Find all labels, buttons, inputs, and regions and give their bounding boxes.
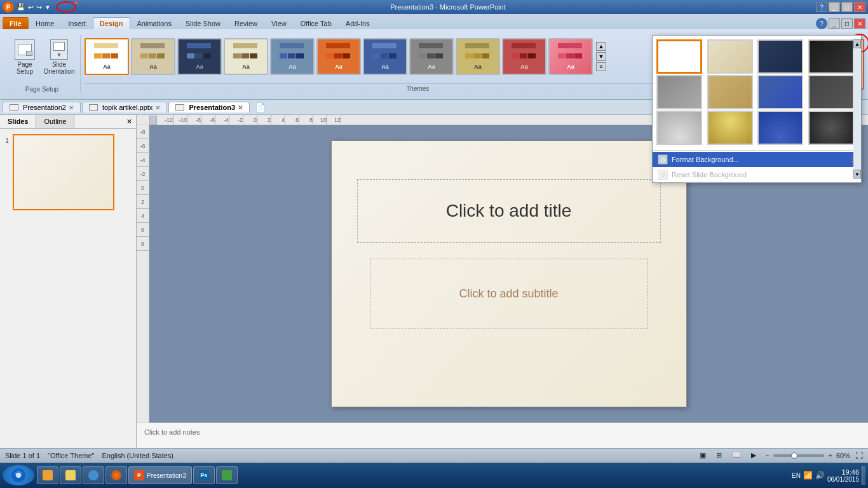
reading-view-btn[interactable]: 📖 [729, 451, 743, 460]
outline-tab[interactable]: Outline [36, 115, 74, 128]
taskbar-explorer[interactable] [37, 466, 58, 484]
quick-dropdown[interactable]: ▼ [44, 4, 51, 11]
taskbar-files[interactable] [60, 466, 81, 484]
taskbar-powerpoint[interactable]: P Presentation3 [128, 466, 192, 484]
slide-number-1: 1 [5, 137, 9, 144]
slide-panel-close-btn[interactable]: ✕ [123, 115, 136, 128]
slide-title-placeholder[interactable]: Click to add title [357, 179, 661, 243]
language-info: English (United States) [102, 452, 173, 459]
bg-swatch-white[interactable] [656, 39, 702, 74]
bg-swatch-tan[interactable] [707, 75, 753, 109]
explorer-icon [43, 470, 53, 480]
taskbar-media[interactable] [216, 466, 238, 484]
tab-design[interactable]: Design [93, 17, 130, 29]
close-tab-3[interactable]: ✕ [238, 104, 243, 111]
theme-item-8[interactable]: Aa [409, 38, 454, 75]
tab-insert[interactable]: Insert [61, 17, 93, 29]
ps-icon: Ps [199, 470, 209, 480]
annotation-1: 1 [74, 0, 78, 6]
show-desktop-btn[interactable] [862, 466, 865, 485]
minimize-btn[interactable]: _ [829, 2, 840, 12]
slide-sorter-btn[interactable]: ⊞ [714, 451, 724, 460]
taskbar-firefox[interactable] [105, 466, 127, 484]
system-tray: EN 📶 🔊 19:46 06/01/2015 [792, 466, 865, 485]
ribbon-help-btn[interactable]: ? [816, 18, 827, 29]
theme-item-7[interactable]: Aa [363, 38, 407, 75]
status-right: ▣ ⊞ 📖 ▶ － ＋ 60% ⛶ [697, 451, 863, 460]
svg-point-1 [16, 473, 21, 478]
dropdown-scrollbar: ▲ ▼ [853, 39, 861, 179]
background-styles-dropdown: ⚙ Format Background... 3 ↺ Reset Slide B… [652, 35, 862, 183]
tab-officetab[interactable]: Office Tab [294, 17, 339, 29]
tab-addins[interactable]: Add-Ins [339, 17, 377, 29]
zoom-control: － ＋ 60% [764, 451, 850, 460]
theme-item-1[interactable]: Aa [85, 38, 129, 75]
add-doc-btn[interactable]: 📄 [251, 101, 269, 114]
doc-tab-1[interactable]: Presentation2 ✕ [3, 102, 81, 112]
theme-item-2[interactable]: Aa [131, 38, 175, 75]
taskbar-photoshop[interactable]: Ps [193, 466, 215, 484]
scroll-up-btn[interactable]: ▲ [853, 39, 861, 48]
tab-animations[interactable]: Animations [130, 17, 179, 29]
slide-orientation-button[interactable]: ▼ Slide Orientation [43, 38, 75, 76]
slide-canvas[interactable]: Click to add title Click to add subtitle [331, 140, 687, 407]
theme-item-11[interactable]: Aa [548, 38, 593, 75]
theme-item-4[interactable]: Aa [224, 38, 268, 75]
theme-item-9[interactable]: Aa [456, 38, 500, 75]
tab-file[interactable]: File [3, 17, 29, 29]
slides-tab[interactable]: Slides [0, 115, 36, 128]
themes-scroll-up[interactable]: ▲ ▼ ≡ [596, 42, 606, 71]
close-btn[interactable]: ✕ [854, 2, 865, 12]
tab-view[interactable]: View [264, 17, 294, 29]
taskbar-ie[interactable] [83, 466, 104, 484]
slide-subtitle-placeholder[interactable]: Click to add subtitle [370, 259, 648, 329]
vertical-ruler: -8 -6 -4 -2 0 2 4 6 8 [137, 125, 149, 423]
bg-swatch-ivory[interactable] [707, 39, 753, 74]
close-tab-1[interactable]: ✕ [69, 104, 74, 111]
bg-swatch-radial-dark[interactable] [808, 111, 854, 145]
fit-window-btn[interactable]: ⛶ [855, 451, 863, 460]
ie-icon [88, 470, 98, 480]
theme-item-6[interactable]: Aa [316, 38, 361, 75]
system-clock[interactable]: 19:46 06/01/2015 [827, 468, 859, 483]
bg-swatch-radial-gold[interactable] [707, 111, 753, 145]
page-setup-button[interactable]: Page Setup [9, 38, 41, 76]
restore-btn[interactable]: □ [841, 2, 853, 12]
normal-view-btn[interactable]: ▣ [697, 451, 709, 460]
reset-bg-label: Reset Slide Background [672, 171, 747, 179]
zoom-slider[interactable] [773, 454, 824, 457]
bg-swatch-blue2[interactable] [757, 75, 803, 109]
bg-swatch-gray[interactable] [656, 75, 702, 109]
tab-home[interactable]: Home [29, 17, 61, 29]
scroll-down-btn[interactable]: ▼ [853, 170, 861, 179]
slideshow-btn[interactable]: ▶ [749, 451, 759, 460]
zoom-in-btn[interactable]: ＋ [827, 451, 834, 460]
notes-area[interactable]: Click to add notes [137, 423, 868, 448]
bg-swatch-black[interactable] [808, 39, 854, 74]
close-tab-2[interactable]: ✕ [155, 104, 160, 111]
bg-swatch-radial-blue[interactable] [757, 111, 803, 145]
tab-slideshow[interactable]: Slide Show [179, 17, 227, 29]
ribbon-minimize-btn[interactable]: _ [829, 18, 840, 29]
doc-tab-2[interactable]: topik artikel.pptx ✕ [82, 102, 167, 112]
bg-swatch-dark-blue[interactable] [757, 39, 803, 74]
quick-undo[interactable]: ↩ [28, 3, 34, 11]
ribbon-restore-btn[interactable]: □ [841, 18, 853, 29]
theme-item-5[interactable]: Aa [270, 38, 315, 75]
doc-tab-3[interactable]: Presentation3 ✕ [168, 102, 250, 112]
slide-preview-1[interactable] [13, 134, 114, 210]
tab-review[interactable]: Review [227, 17, 264, 29]
theme-item-3[interactable]: Aa [177, 38, 222, 75]
bg-swatch-dark-gray[interactable] [808, 75, 854, 109]
theme-item-10[interactable]: Aa [502, 38, 546, 75]
quick-save[interactable]: 💾 [17, 3, 25, 11]
bg-swatch-radial-light[interactable] [656, 111, 702, 145]
clock-time: 19:46 [827, 468, 859, 476]
themes-label: Themes [85, 83, 751, 93]
help-btn[interactable]: ? [816, 2, 827, 12]
format-background-item[interactable]: ⚙ Format Background... 3 [653, 152, 861, 167]
quick-redo[interactable]: ↪ [36, 3, 42, 11]
zoom-out-btn[interactable]: － [764, 451, 771, 460]
start-button[interactable] [3, 465, 34, 485]
ribbon-close-btn[interactable]: ✕ [854, 18, 865, 29]
